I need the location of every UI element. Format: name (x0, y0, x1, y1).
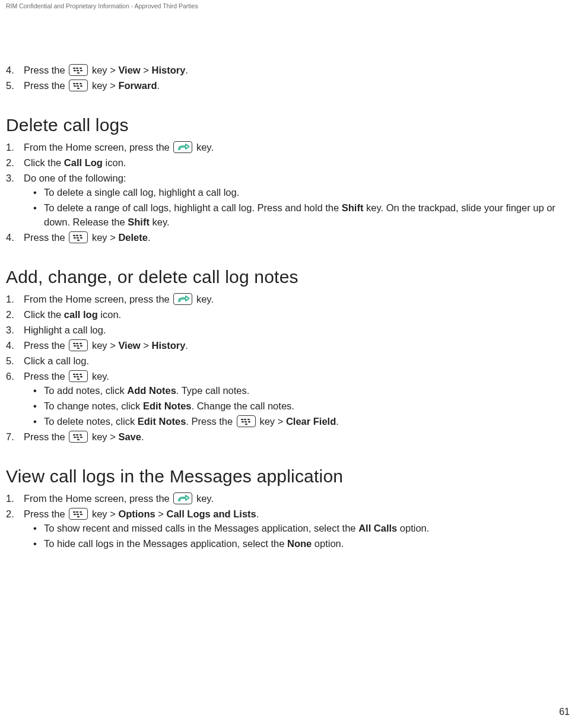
svg-point-55 (77, 516, 80, 517)
step-2: 2. Press the key > Options > Call Logs a… (6, 507, 572, 551)
text: option. (397, 523, 429, 533)
step-number: 6. (6, 369, 19, 383)
section-heading-delete: Delete call logs (6, 115, 572, 135)
bullet-hide: To hide call logs in the Messages applic… (44, 536, 572, 551)
send-key-icon (173, 492, 192, 504)
step-1: 1. From the Home screen, press the key. (6, 491, 572, 506)
text: To delete a single call log, highlight a… (44, 187, 239, 198)
step-number: 2. (6, 307, 19, 322)
svg-point-21 (73, 343, 75, 345)
step-number: 4. (6, 338, 19, 352)
svg-point-41 (245, 424, 247, 425)
bold-text: Call Log (64, 157, 103, 168)
text: . (148, 232, 151, 243)
svg-point-12 (80, 85, 82, 87)
blackberry-key-icon (69, 64, 88, 76)
step-6: 6. Press the key. To add notes, click Ad… (6, 369, 572, 428)
blackberry-key-icon (69, 231, 88, 243)
bold-text: View (118, 340, 140, 351)
text: icon. (103, 157, 126, 168)
step-5: 5. Click a call log. (6, 354, 572, 368)
messages-steps: 1. From the Home screen, press the key. … (6, 491, 572, 551)
svg-point-54 (80, 514, 82, 516)
svg-point-46 (77, 437, 79, 438)
bold-text: View (118, 65, 140, 75)
text: To delete a range of call logs, highligh… (44, 202, 342, 213)
svg-point-34 (77, 379, 80, 380)
bold-text: History (152, 340, 186, 351)
step-number: 1. (6, 292, 19, 306)
text: > (141, 340, 152, 351)
step-4: 4. Press the key > View > History. (6, 63, 572, 77)
step-4: 4. Press the key > Delete. (6, 230, 572, 244)
text: key. (89, 371, 109, 382)
bold-text: None (287, 538, 312, 549)
step-number: 5. (6, 354, 19, 368)
text: Press the (24, 371, 68, 382)
step-number: 2. (6, 155, 19, 170)
step-number: 1. (6, 491, 19, 506)
notes-steps: 1. From the Home screen, press the key. … (6, 292, 572, 444)
text: From the Home screen, press the (24, 142, 172, 152)
text: Press the (24, 431, 68, 442)
svg-point-49 (73, 511, 75, 513)
text: Click the (24, 157, 64, 168)
text: icon. (98, 309, 121, 320)
text: key. (193, 493, 214, 504)
blackberry-key-icon (69, 370, 88, 382)
blackberry-key-icon (69, 339, 88, 351)
bold-text: Edit Notes (138, 416, 186, 427)
text: key. (193, 294, 214, 304)
text: To add notes, click (44, 385, 127, 396)
svg-point-33 (80, 376, 82, 378)
step-3: 3. Highlight a call log. (6, 323, 572, 337)
step-number: 4. (6, 230, 19, 244)
text: . (185, 340, 188, 351)
svg-point-2 (80, 68, 82, 69)
text: Click the (24, 309, 64, 320)
bold-text: Edit Notes (143, 400, 192, 411)
confidential-header: RIM Confidential and Proprietary Informa… (6, 2, 572, 9)
text: . Type call notes. (176, 385, 250, 396)
page-number: 61 (559, 707, 570, 717)
text: . Press the (186, 416, 235, 427)
text: Do one of the following: (24, 173, 126, 183)
text: key > (257, 416, 286, 427)
svg-point-11 (77, 85, 79, 87)
svg-point-6 (77, 72, 80, 74)
bold-text: Call Logs and Lists (167, 508, 256, 519)
step-5: 5. Press the key > Forward. (6, 78, 572, 93)
bold-text: All Calls (358, 523, 397, 533)
send-key-icon (173, 141, 192, 153)
svg-point-48 (77, 439, 80, 440)
text: key > (89, 340, 118, 351)
bullet-change: To change notes, click Edit Notes. Chang… (44, 399, 572, 413)
text: option. (312, 538, 344, 549)
text: Press the (24, 65, 68, 75)
bullet-range: To delete a range of call logs, highligh… (44, 201, 572, 229)
step-number: 1. (6, 140, 19, 154)
svg-point-36 (244, 419, 246, 421)
svg-point-52 (74, 514, 76, 516)
svg-point-43 (76, 434, 78, 436)
svg-point-16 (80, 235, 82, 237)
step-1: 1. From the Home screen, press the key. (6, 292, 572, 306)
svg-point-15 (76, 235, 78, 237)
bullet-single: To delete a single call log, highlight a… (44, 185, 572, 199)
svg-point-44 (80, 434, 82, 436)
delete-steps: 1. From the Home screen, press the key. … (6, 140, 572, 244)
text: To hide call logs in the Messages applic… (44, 538, 287, 549)
bold-text: Add Notes (127, 385, 176, 396)
step-1: 1. From the Home screen, press the key. (6, 140, 572, 154)
blackberry-key-icon (69, 431, 88, 443)
svg-point-27 (77, 348, 80, 349)
svg-point-53 (77, 514, 79, 516)
step-number: 5. (6, 78, 19, 93)
svg-point-29 (76, 374, 78, 376)
text: . Change the call notes. (192, 400, 294, 411)
bold-text: Options (118, 508, 155, 519)
bold-text: Clear Field (286, 416, 336, 427)
bold-text: Forward (118, 80, 157, 91)
text: Press the (24, 508, 68, 519)
bold-text: Shift (342, 202, 364, 213)
